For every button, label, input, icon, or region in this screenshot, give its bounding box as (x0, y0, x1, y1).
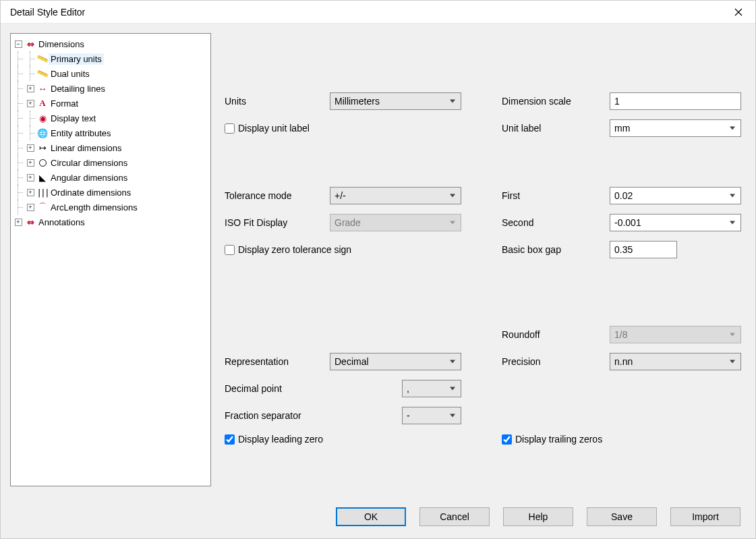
window-title: Detail Style Editor (10, 7, 723, 18)
import-button[interactable]: Import (670, 507, 740, 526)
representation-label: Representation (225, 356, 330, 367)
circular-dimensions-icon (36, 157, 49, 169)
precision-label: Precision (502, 356, 610, 367)
format-icon: A (36, 97, 49, 109)
tree-label: Circular dimensions (49, 157, 129, 169)
tree-label: Annotations (36, 217, 87, 228)
annotations-icon: ⇔ (24, 216, 36, 228)
display-text-icon: ◉ (36, 112, 49, 124)
expand-icon[interactable]: + (27, 174, 34, 181)
first-combo[interactable]: 0.02 (610, 187, 741, 204)
units-label: Units (225, 96, 330, 107)
tolerance-mode-combo[interactable]: +/- (330, 187, 461, 204)
display-leading-zero-text: Display leading zero (238, 434, 323, 445)
tree-node-format[interactable]: + A Format (12, 96, 209, 111)
dimension-scale-label: Dimension scale (502, 96, 610, 107)
display-trailing-zeros-text: Display trailing zeros (515, 434, 602, 445)
expand-icon[interactable]: + (27, 204, 34, 211)
tree-label: Ordinate dimensions (49, 187, 133, 198)
close-button[interactable] (723, 2, 754, 22)
help-button[interactable]: Help (503, 507, 573, 526)
expand-icon[interactable]: + (27, 189, 34, 196)
arclength-dimensions-icon: ⌒ (36, 201, 49, 213)
tree-node-dimensions[interactable]: − ⇔ Dimensions (12, 36, 209, 51)
first-label: First (502, 190, 610, 201)
tree-label: Dimensions (36, 38, 86, 50)
second-combo[interactable]: -0.001 (610, 214, 741, 231)
linear-dimensions-icon: ↦ (36, 142, 49, 154)
precision-combo[interactable]: n.nn (610, 353, 741, 370)
tree-label: Entity attributes (49, 127, 113, 139)
tree-node-ordinate-dimensions[interactable]: + ||| Ordinate dimensions (12, 185, 209, 200)
tree-node-display-text[interactable]: ◉ Display text (12, 111, 209, 125)
expand-icon[interactable]: + (15, 219, 22, 226)
tree-node-primary-units[interactable]: 📏 Primary units (12, 51, 209, 66)
basic-box-gap-input[interactable]: 0.35 (610, 241, 677, 258)
close-icon (734, 8, 743, 16)
tree-node-angular-dimensions[interactable]: + ◣ Angular dimensions (12, 170, 209, 185)
representation-combo[interactable]: Decimal (330, 353, 461, 370)
roundoff-combo: 1/8 (610, 326, 741, 343)
roundoff-label: Roundoff (502, 329, 610, 340)
tree-label: ArcLength dimensions (49, 202, 140, 213)
tree-node-entity-attributes[interactable]: 🌐 Entity attributes (12, 125, 209, 140)
tree-node-annotations[interactable]: + ⇔ Annotations (12, 215, 209, 229)
tree-node-dual-units[interactable]: 📏 Dual units (12, 66, 209, 81)
tree-label: Angular dimensions (49, 172, 129, 183)
dimension-scale-input[interactable]: 1 (610, 92, 741, 110)
tolerance-mode-label: Tolerance mode (225, 190, 330, 201)
fraction-separator-combo[interactable]: - (402, 407, 461, 424)
save-button[interactable]: Save (587, 507, 657, 526)
tree-node-arclength-dimensions[interactable]: + ⌒ ArcLength dimensions (12, 200, 209, 215)
fraction-separator-label: Fraction separator (225, 410, 330, 421)
form-panel: Units Millimeters Dimension scale 1 Disp… (225, 33, 746, 495)
dimensions-icon: ⇔ (24, 38, 36, 50)
tree-node-detailing-lines[interactable]: + ↔ Detailing lines (12, 81, 209, 96)
main-area: − ⇔ Dimensions 📏 Primary units 📏 Dual un… (10, 33, 746, 495)
expand-icon[interactable]: + (27, 85, 34, 92)
tree-panel[interactable]: − ⇔ Dimensions 📏 Primary units 📏 Dual un… (10, 33, 211, 486)
expand-icon[interactable]: + (27, 159, 34, 167)
ok-button[interactable]: OK (336, 507, 406, 526)
tree-label: Linear dimensions (49, 142, 124, 154)
decimal-point-combo[interactable]: , (402, 380, 461, 397)
units-combo[interactable]: Millimeters (330, 92, 461, 110)
second-label: Second (502, 217, 610, 228)
display-zero-tolerance-text: Display zero tolerance sign (238, 244, 351, 255)
tree-label: Detailing lines (49, 83, 107, 94)
ordinate-dimensions-icon: ||| (36, 186, 49, 198)
tree-label: Format (49, 98, 80, 109)
detailing-lines-icon: ↔ (36, 82, 49, 94)
decimal-point-label: Decimal point (225, 383, 330, 394)
tree-node-linear-dimensions[interactable]: + ↦ Linear dimensions (12, 140, 209, 155)
iso-fit-combo: Grade (330, 214, 461, 231)
tree-label: Primary units (49, 53, 104, 65)
unit-label-combo[interactable]: mm (610, 119, 741, 137)
cancel-button[interactable]: Cancel (419, 507, 490, 526)
unit-label-label: Unit label (502, 123, 610, 134)
entity-attributes-icon: 🌐 (36, 127, 49, 139)
iso-fit-label: ISO Fit Display (225, 217, 330, 228)
collapse-icon[interactable]: − (15, 40, 22, 48)
tree-label: Display text (49, 113, 98, 124)
titlebar: Detail Style Editor (1, 1, 755, 24)
display-zero-tolerance-checkbox[interactable] (225, 245, 235, 255)
content-area: − ⇔ Dimensions 📏 Primary units 📏 Dual un… (1, 24, 755, 538)
angular-dimensions-icon: ◣ (36, 171, 49, 183)
display-unit-label-text: Display unit label (238, 123, 310, 134)
tree-label: Dual units (49, 68, 92, 80)
display-trailing-zeros-checkbox[interactable] (502, 434, 512, 445)
dialog-window: Detail Style Editor − ⇔ Dimensions 📏 Pri… (0, 0, 756, 539)
basic-box-gap-label: Basic box gap (502, 244, 610, 255)
expand-icon[interactable]: + (27, 100, 34, 107)
tree-node-circular-dimensions[interactable]: + Circular dimensions (12, 155, 209, 170)
display-unit-label-checkbox[interactable] (225, 123, 235, 134)
display-leading-zero-checkbox[interactable] (225, 434, 235, 445)
expand-icon[interactable]: + (27, 144, 34, 152)
button-row: OK Cancel Help Save Import (10, 495, 746, 529)
